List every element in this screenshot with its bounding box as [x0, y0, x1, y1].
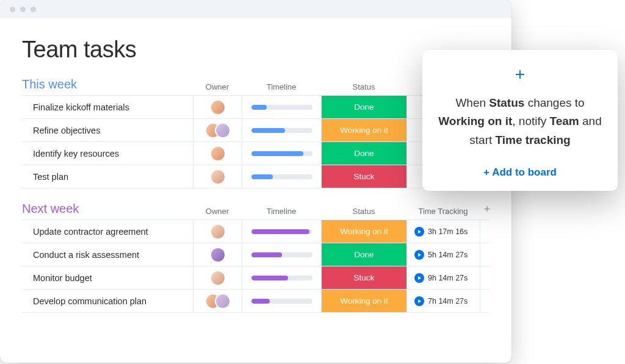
group-next-week: Next week Owner Timeline Status Time Tra…: [22, 202, 490, 313]
status-cell[interactable]: Done: [321, 243, 406, 266]
row-end-cell: [480, 290, 494, 312]
status-cell[interactable]: Done: [321, 96, 406, 118]
table-row[interactable]: Update contractor agreementWorking on it…: [22, 220, 490, 243]
avatar[interactable]: [215, 123, 231, 138]
column-header-time-tracking[interactable]: Time Tracking: [406, 207, 480, 216]
table-row[interactable]: Test planStuck: [22, 165, 490, 188]
time-tracking-value: 7h 14m 27s: [428, 297, 468, 305]
timeline-cell[interactable]: [242, 165, 321, 188]
owner-cell[interactable]: [193, 119, 242, 141]
play-icon[interactable]: [414, 227, 424, 237]
page-title: Team tasks: [22, 37, 490, 63]
table-row[interactable]: Identify key resourcesDone: [22, 142, 490, 165]
column-header-status[interactable]: Status: [321, 207, 406, 216]
task-name-cell[interactable]: Identify key resources: [22, 142, 193, 165]
column-header-owner[interactable]: Owner: [193, 82, 242, 91]
column-header-status[interactable]: Status: [321, 82, 406, 91]
avatar[interactable]: [210, 169, 226, 185]
task-name-cell[interactable]: Conduct a risk assessment: [22, 243, 193, 266]
automation-card: + When Status changes to Working on it, …: [422, 50, 618, 191]
status-cell[interactable]: Working on it: [321, 290, 406, 312]
time-tracking-value: 9h 14m 27s: [428, 274, 468, 282]
avatar[interactable]: [215, 293, 231, 309]
task-grid: Finalize kickoff materialsDone Refine ob…: [22, 95, 490, 188]
timeline-cell[interactable]: [242, 220, 321, 243]
status-cell[interactable]: Stuck: [321, 165, 406, 188]
status-cell[interactable]: Working on it: [321, 119, 406, 141]
owner-cell[interactable]: [193, 96, 242, 118]
play-icon[interactable]: [414, 250, 424, 260]
play-icon[interactable]: [414, 273, 424, 283]
table-row[interactable]: Conduct a risk assessmentDone5h 14m 27s: [22, 243, 490, 266]
group-header-row: Next week Owner Timeline Status Time Tra…: [22, 202, 490, 219]
timeline-cell[interactable]: [242, 290, 321, 312]
timeline-cell[interactable]: [242, 119, 321, 141]
group-title[interactable]: This week: [22, 77, 193, 91]
plus-icon: +: [438, 66, 602, 83]
timeline-cell[interactable]: [242, 266, 321, 289]
timeline-cell[interactable]: [242, 142, 321, 165]
avatar[interactable]: [210, 146, 226, 162]
avatar[interactable]: [210, 247, 226, 263]
add-column-button[interactable]: +: [480, 203, 494, 216]
avatar[interactable]: [210, 99, 226, 115]
task-grid: Update contractor agreementWorking on it…: [22, 219, 490, 313]
group-title[interactable]: Next week: [22, 202, 193, 216]
window-control-dot: [10, 7, 15, 12]
group-header-row: This week Owner Timeline Status: [22, 77, 490, 95]
table-row[interactable]: Finalize kickoff materialsDone: [22, 96, 490, 119]
table-row[interactable]: Refine objectivesWorking on it: [22, 119, 490, 142]
task-name-cell[interactable]: Refine objectives: [22, 119, 193, 141]
time-tracking-cell[interactable]: 3h 17m 16s: [406, 220, 480, 243]
task-name-cell[interactable]: Finalize kickoff materials: [22, 96, 193, 118]
task-name-cell[interactable]: Develop communication plan: [22, 290, 193, 312]
owner-cell[interactable]: [193, 290, 242, 312]
status-cell[interactable]: Stuck: [321, 266, 406, 289]
column-header-timeline[interactable]: Timeline: [242, 207, 321, 216]
table-row[interactable]: Develop communication planWorking on it7…: [22, 290, 490, 313]
column-header-owner[interactable]: Owner: [193, 207, 242, 216]
avatar[interactable]: [210, 270, 226, 286]
status-cell[interactable]: Done: [321, 142, 406, 165]
task-name-cell[interactable]: Update contractor agreement: [22, 220, 193, 243]
table-row[interactable]: Monitor budgetStuck9h 14m 27s: [22, 266, 490, 290]
avatar[interactable]: [210, 224, 226, 240]
group-this-week: This week Owner Timeline Status Finalize…: [22, 77, 490, 188]
row-end-cell: [480, 220, 494, 243]
time-tracking-value: 3h 17m 16s: [428, 227, 468, 236]
owner-cell[interactable]: [193, 142, 242, 165]
owner-cell[interactable]: [193, 243, 242, 266]
timeline-cell[interactable]: [242, 243, 321, 266]
time-tracking-cell[interactable]: 5h 14m 27s: [406, 243, 480, 266]
row-end-cell: [480, 243, 494, 266]
window-titlebar: [0, 0, 511, 18]
task-name-cell[interactable]: Monitor budget: [22, 266, 193, 289]
status-cell[interactable]: Working on it: [321, 220, 406, 243]
window-control-dot: [31, 7, 36, 12]
window-control-dot: [20, 7, 26, 12]
time-tracking-value: 5h 14m 27s: [428, 251, 468, 259]
row-end-cell: [480, 266, 494, 289]
owner-cell[interactable]: [193, 165, 242, 188]
task-name-cell[interactable]: Test plan: [22, 165, 193, 188]
automation-recipe-text: When Status changes to Working on it, no…: [438, 94, 602, 149]
time-tracking-cell[interactable]: 7h 14m 27s: [406, 290, 480, 312]
column-header-timeline[interactable]: Timeline: [242, 82, 321, 91]
add-to-board-button[interactable]: + Add to board: [438, 166, 602, 179]
owner-cell[interactable]: [193, 220, 242, 243]
timeline-cell[interactable]: [242, 96, 321, 118]
time-tracking-cell[interactable]: 9h 14m 27s: [406, 266, 480, 289]
play-icon[interactable]: [414, 296, 424, 306]
owner-cell[interactable]: [193, 266, 242, 289]
